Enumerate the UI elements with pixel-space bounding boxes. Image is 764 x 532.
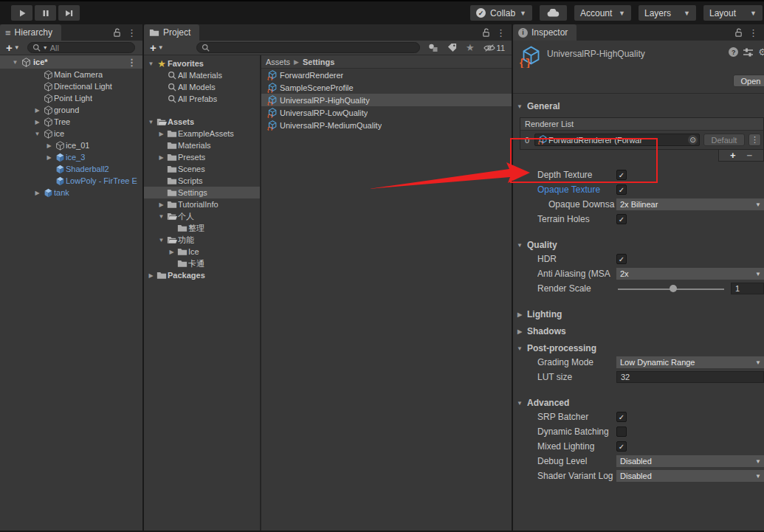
help-icon[interactable]: ? bbox=[729, 47, 738, 57]
renderer-list-row[interactable]: 0 {} ForwardRenderer (Forwar ⊙ Default ⋮ bbox=[520, 131, 763, 149]
hierarchy-item-ice[interactable]: ▼ice bbox=[0, 128, 142, 139]
project-tree-item-exampleassets[interactable]: ▶ExampleAssets bbox=[144, 128, 260, 139]
foldout-arrow-icon[interactable]: ▼ bbox=[516, 345, 523, 352]
foldout-arrow-icon[interactable]: ▼ bbox=[146, 119, 156, 125]
pause-button[interactable] bbox=[35, 5, 56, 21]
checkbox-depth-texture[interactable]: ✓ bbox=[616, 170, 627, 180]
foldout-arrow-icon[interactable]: ▶ bbox=[516, 328, 523, 335]
section-header-advanced[interactable]: ▼Advanced bbox=[513, 396, 764, 410]
lock-icon[interactable] bbox=[478, 28, 495, 37]
slider-handle[interactable] bbox=[670, 285, 677, 292]
hierarchy-item-directional-light[interactable]: Directional Light bbox=[0, 80, 142, 92]
dropdown-anti-aliasing-msa[interactable]: 2x▼ bbox=[616, 268, 764, 280]
checkbox-mixed-lighting[interactable]: ✓ bbox=[616, 441, 627, 452]
set-default-button[interactable]: Default bbox=[703, 134, 745, 146]
dropdown-opaque-downsa[interactable]: 2x Bilinear▼ bbox=[616, 198, 764, 210]
file-item-samplesceneprofile[interactable]: {}SampleSceneProfile bbox=[261, 81, 512, 94]
project-tree-item-scenes[interactable]: Scenes bbox=[144, 163, 260, 175]
gear-icon[interactable]: ⚙ bbox=[758, 46, 764, 58]
foldout-arrow-icon[interactable]: ▶ bbox=[32, 107, 42, 114]
hierarchy-item-shaderball2[interactable]: Shaderball2 bbox=[0, 163, 142, 175]
checkbox-dynamic-batching[interactable] bbox=[616, 426, 627, 437]
foldout-arrow-icon[interactable]: ▼ bbox=[516, 242, 523, 249]
project-tree-item-packages[interactable]: ▶Packages bbox=[144, 269, 260, 281]
project-tree-item-materials[interactable]: Materials bbox=[144, 139, 260, 151]
foldout-arrow-icon[interactable]: ▶ bbox=[516, 311, 523, 318]
foldout-arrow-icon[interactable]: ▶ bbox=[167, 249, 176, 255]
file-item-forwardrenderer[interactable]: {}ForwardRenderer bbox=[261, 69, 512, 81]
slider-value-field[interactable]: 1 bbox=[731, 283, 764, 294]
account-dropdown[interactable]: Account ▼ bbox=[574, 5, 631, 21]
foldout-arrow-icon[interactable]: ▼ bbox=[32, 131, 42, 137]
foldout-arrow-icon[interactable]: ▶ bbox=[146, 272, 156, 279]
file-item-universalrp-lowquality[interactable]: {}UniversalRP-LowQuality bbox=[261, 106, 512, 119]
project-tree-item-item-14[interactable]: 整理 bbox=[144, 222, 260, 234]
checkbox-terrain-holes[interactable]: ✓ bbox=[616, 214, 627, 224]
hierarchy-item-tree[interactable]: ▶Tree bbox=[0, 116, 142, 128]
foldout-arrow-icon[interactable]: ▼ bbox=[156, 213, 166, 220]
foldout-arrow-icon[interactable]: ▶ bbox=[44, 154, 54, 161]
foldout-arrow-icon[interactable]: ▼ bbox=[146, 61, 156, 67]
project-tree-item-favorites[interactable]: ▼★Favorites bbox=[144, 58, 260, 69]
field-lut-size[interactable]: 32 bbox=[616, 371, 764, 383]
play-button[interactable] bbox=[11, 5, 32, 21]
scene-menu-icon[interactable]: ⋮ bbox=[125, 57, 142, 68]
project-tree-item-tutorialinfo[interactable]: ▶TutorialInfo bbox=[144, 198, 260, 210]
hierarchy-item-ground[interactable]: ▶ground bbox=[0, 104, 142, 116]
create-add-button[interactable]: +▼ bbox=[3, 41, 23, 54]
layers-dropdown[interactable]: Layers ▼ bbox=[639, 5, 696, 21]
section-header-shadows[interactable]: ▶Shadows bbox=[513, 325, 764, 338]
project-tree-item-scripts[interactable]: Scripts bbox=[144, 175, 260, 187]
hierarchy-item-main-camera[interactable]: Main Camera bbox=[0, 69, 142, 80]
project-tree-item-all-materials[interactable]: All Materials bbox=[144, 69, 260, 81]
foldout-arrow-icon[interactable]: ▼ bbox=[156, 237, 166, 243]
project-tree-item-item-15[interactable]: ▼功能 bbox=[144, 234, 260, 246]
checkbox-hdr[interactable]: ✓ bbox=[616, 254, 627, 264]
remove-renderer-button[interactable]: − bbox=[746, 150, 752, 161]
hierarchy-item-lowpoly-firtree-e[interactable]: LowPoly - FirTree E bbox=[0, 175, 142, 187]
panel-menu-icon[interactable]: ⋮ bbox=[495, 27, 512, 38]
layout-dropdown[interactable]: Layout ▼ bbox=[703, 5, 763, 21]
add-renderer-button[interactable]: + bbox=[730, 150, 736, 161]
foldout-arrow-icon[interactable]: ▶ bbox=[156, 154, 166, 161]
foldout-arrow-icon[interactable]: ▶ bbox=[32, 119, 42, 125]
open-button[interactable]: Open bbox=[733, 75, 764, 87]
foldout-arrow-icon[interactable]: ▶ bbox=[156, 201, 166, 208]
renderer-menu-button[interactable]: ⋮ bbox=[748, 134, 761, 146]
section-header-lighting[interactable]: ▶Lighting bbox=[513, 308, 764, 321]
breadcrumb-settings[interactable]: Settings bbox=[303, 58, 334, 66]
hierarchy-search-input[interactable]: ▼ All bbox=[27, 42, 135, 53]
dropdown-shader-variant-log[interactable]: Disabled▼ bbox=[616, 470, 764, 482]
filter-by-label-icon[interactable] bbox=[444, 43, 461, 52]
hierarchy-item-ice-01[interactable]: ▶ice_01 bbox=[0, 139, 142, 151]
hierarchy-item-point-light[interactable]: Point Light bbox=[0, 92, 142, 104]
project-tree-item-assets[interactable]: ▼Assets bbox=[144, 116, 260, 128]
file-item-universalrp-highquality[interactable]: {}UniversalRP-HighQuality bbox=[261, 94, 512, 106]
project-tree-item-settings[interactable]: Settings bbox=[144, 187, 260, 198]
hierarchy-item-tank[interactable]: ▶tank bbox=[0, 187, 142, 198]
tab-project[interactable]: Project bbox=[144, 24, 199, 41]
project-tree-item-all-prefabs[interactable]: All Prefabs bbox=[144, 93, 260, 105]
collab-dropdown[interactable]: ✓ Collab ▼ bbox=[470, 5, 532, 21]
section-header-post-processing[interactable]: ▼Post-processing bbox=[513, 342, 764, 355]
dropdown-debug-level[interactable]: Disabled▼ bbox=[616, 455, 764, 467]
project-tree-item-item-13[interactable]: ▼个人 bbox=[144, 210, 260, 222]
panel-menu-icon[interactable]: ⋮ bbox=[747, 27, 764, 38]
tab-inspector[interactable]: i Inspector bbox=[513, 24, 577, 41]
foldout-arrow-icon[interactable]: ▼ bbox=[516, 400, 523, 407]
project-tree-item-all-models[interactable]: All Models bbox=[144, 81, 260, 93]
foldout-arrow-icon[interactable]: ▶ bbox=[32, 190, 42, 196]
project-tree-item-item-17[interactable]: 卡通 bbox=[144, 258, 260, 269]
project-tree-item-presets[interactable]: ▶Presets bbox=[144, 151, 260, 163]
cloud-button[interactable] bbox=[540, 5, 567, 21]
filter-by-type-icon[interactable] bbox=[424, 44, 442, 52]
step-button[interactable] bbox=[58, 5, 80, 21]
dropdown-grading-mode[interactable]: Low Dynamic Range▼ bbox=[616, 356, 764, 368]
panel-menu-icon[interactable]: ⋮ bbox=[125, 27, 142, 38]
renderer-object-field[interactable]: {} ForwardRenderer (Forwar ⊙ bbox=[534, 134, 700, 146]
create-asset-button[interactable]: +▼ bbox=[147, 41, 167, 54]
foldout-arrow-icon[interactable]: ▼ bbox=[516, 103, 523, 110]
object-picker-icon[interactable]: ⊙ bbox=[688, 135, 698, 145]
hierarchy-item-ice-3[interactable]: ▶ice_3 bbox=[0, 151, 142, 163]
section-header-general[interactable]: ▼General bbox=[513, 100, 764, 113]
